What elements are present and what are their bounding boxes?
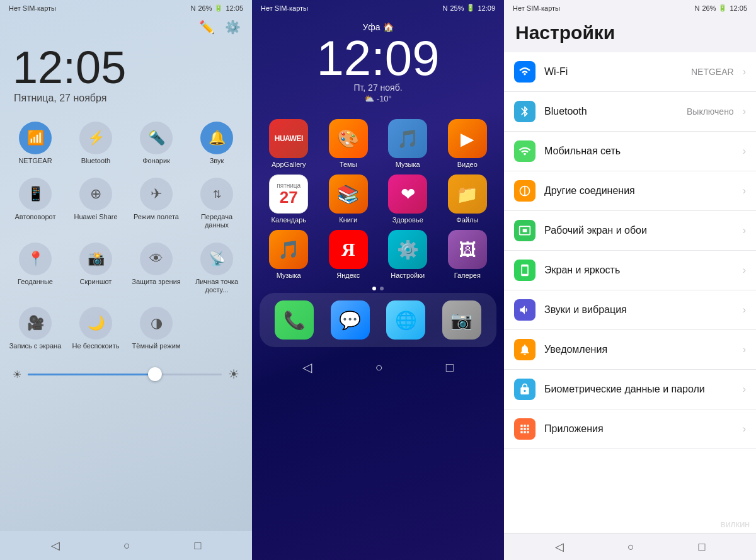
wifi-toggle-label: NETGEAR bbox=[18, 157, 52, 165]
hotspot-icon: 📡 bbox=[200, 243, 233, 275]
settings-item-apps[interactable]: Приложения › bbox=[504, 409, 756, 449]
huaweishare-label: Huawei Share bbox=[74, 213, 117, 221]
app-calendar[interactable]: пятница 27 Календарь bbox=[262, 174, 316, 224]
dock-browser[interactable]: 🌐 bbox=[381, 300, 431, 340]
toggle-datatransfer[interactable]: ⇅ Передача данных bbox=[188, 173, 246, 234]
toggle-geo[interactable]: 📍 Геоданные bbox=[6, 237, 64, 299]
home-button[interactable]: ○ bbox=[123, 539, 130, 552]
wifi-toggle-icon: 📶 bbox=[19, 122, 52, 154]
settings-list: Wi-Fi NETGEAR › Bluetooth Выключено › bbox=[504, 52, 756, 533]
app-health[interactable]: ❤ Здоровье bbox=[381, 174, 435, 224]
panel3-back-button[interactable]: ◁ bbox=[555, 540, 564, 554]
bluetooth-settings-value: Выключено bbox=[687, 106, 734, 117]
app-music[interactable]: 🎵 Музыка bbox=[381, 119, 435, 168]
toggle-wifi[interactable]: 📶 NETGEAR bbox=[6, 117, 64, 170]
settings-item-bluetooth[interactable]: Bluetooth Выключено › bbox=[504, 92, 756, 132]
app-books[interactable]: 📚 Книги bbox=[322, 174, 375, 224]
panel2-recents-button[interactable]: □ bbox=[446, 360, 454, 375]
app-musicapp[interactable]: 🎵 Музыка bbox=[262, 230, 316, 279]
settings-item-sound[interactable]: Звуки и вибрация › bbox=[504, 290, 756, 330]
dot-2 bbox=[380, 287, 384, 290]
browser-icon: 🌐 bbox=[386, 300, 425, 340]
panel1-battery: 26% bbox=[198, 4, 212, 12]
toggle-flashlight[interactable]: 🔦 Фонарик bbox=[127, 117, 185, 170]
yandex-icon: Я bbox=[329, 230, 368, 269]
geo-icon: 📍 bbox=[19, 243, 52, 275]
musicapp-label: Музыка bbox=[277, 271, 301, 279]
mobile-chevron: › bbox=[743, 146, 746, 157]
settings-item-mobile[interactable]: Мобильная сеть › bbox=[504, 132, 756, 171]
panel3-nav-bar: ◁ ○ □ bbox=[504, 533, 756, 560]
settings-item-desktop[interactable]: Рабочий экран и обои › bbox=[504, 211, 756, 251]
toggle-eyeprotect[interactable]: 👁 Защита зрения bbox=[127, 237, 185, 299]
dock-phone[interactable]: 📞 bbox=[270, 300, 319, 340]
toggle-screenshot[interactable]: 📸 Скриншот bbox=[67, 237, 125, 299]
panel3-home-button[interactable]: ○ bbox=[627, 540, 634, 554]
app-gallery[interactable]: 🖼 Галерея bbox=[441, 230, 495, 279]
bio-settings-text: Биометрические данные и пароли bbox=[544, 384, 734, 395]
brightness-thumb[interactable] bbox=[148, 367, 162, 381]
books-label: Книги bbox=[339, 216, 357, 224]
geo-label: Геоданные bbox=[18, 278, 53, 286]
panel2-nfc-icon: N bbox=[442, 4, 447, 12]
toggle-dnd[interactable]: 🌙 Не беспокоить bbox=[67, 302, 125, 355]
music-icon: 🎵 bbox=[388, 119, 427, 158]
panel1-nav-bar: ◁ ○ □ bbox=[0, 531, 252, 560]
toggle-huaweishare[interactable]: ⊕ Huawei Share bbox=[67, 173, 125, 234]
appgallery-label: AppGallery bbox=[272, 161, 306, 168]
settings-item-notif[interactable]: Уведомления › bbox=[504, 330, 756, 370]
app-appgallery[interactable]: HUAWEI AppGallery bbox=[262, 119, 316, 168]
notif-chevron: › bbox=[743, 344, 746, 355]
sound-chevron: › bbox=[743, 304, 746, 316]
darkmode-label: Тёмный режим bbox=[132, 342, 181, 350]
home-screen-panel: Нет SIM-карты N 25% 🔋 12:09 Уфа 🏠 12:09 … bbox=[252, 0, 504, 560]
datatransfer-icon: ⇅ bbox=[200, 178, 233, 210]
toggle-sound[interactable]: 🔔 Звук bbox=[188, 117, 246, 170]
dock-messages[interactable]: 💬 bbox=[326, 300, 375, 340]
sound-toggle-label: Звук bbox=[210, 157, 224, 165]
settings-icon[interactable]: ⚙️ bbox=[225, 20, 241, 35]
wifi-settings-name: Wi-Fi bbox=[544, 66, 568, 77]
settings-item-screen[interactable]: Экран и яркость › bbox=[504, 251, 756, 290]
dock-camera[interactable]: 📷 bbox=[437, 300, 487, 340]
panel1-nfc-icon: N bbox=[190, 4, 195, 12]
video-icon: ▶ bbox=[448, 119, 487, 158]
app-files[interactable]: 📁 Файлы bbox=[441, 174, 495, 224]
flashlight-toggle-label: Фонарик bbox=[142, 157, 170, 165]
panel3-battery-icon: 🔋 bbox=[718, 4, 727, 12]
sound-settings-icon bbox=[514, 299, 536, 321]
panel1-status-right: N 26% 🔋 12:05 bbox=[190, 4, 243, 12]
toggle-screenrecord[interactable]: 🎥 Запись с экрана bbox=[6, 302, 64, 355]
settingsapp-label: Настройки bbox=[391, 271, 425, 279]
edit-icon[interactable]: ✏️ bbox=[199, 20, 215, 35]
wifi-chevron: › bbox=[743, 66, 746, 77]
gallery-label: Галерея bbox=[454, 271, 481, 279]
brightness-control[interactable]: ☀ ☀ bbox=[0, 355, 252, 388]
autorotate-icon: 📱 bbox=[19, 178, 52, 210]
dnd-icon: 🌙 bbox=[79, 307, 112, 340]
toggle-autorotate[interactable]: 📱 Автоповорот bbox=[6, 173, 64, 234]
app-video[interactable]: ▶ Видео bbox=[441, 119, 495, 168]
panel2-back-button[interactable]: ◁ bbox=[302, 360, 312, 375]
panel3-recents-button[interactable]: □ bbox=[698, 540, 705, 554]
app-yandex[interactable]: Я Яндекс bbox=[322, 230, 375, 279]
mobile-settings-text: Мобильная сеть bbox=[544, 146, 734, 157]
toggle-bluetooth[interactable]: ⚡ Bluetooth bbox=[67, 117, 125, 170]
settings-item-other[interactable]: Другие соединения › bbox=[504, 171, 756, 211]
app-settings[interactable]: ⚙️ Настройки bbox=[381, 230, 435, 279]
toggle-hotspot[interactable]: 📡 Личная точка достy... bbox=[188, 237, 246, 299]
recents-button[interactable]: □ bbox=[194, 539, 201, 552]
toggle-darkmode[interactable]: ◑ Тёмный режим bbox=[127, 302, 185, 355]
app-themes[interactable]: 🎨 Темы bbox=[322, 119, 375, 168]
hotspot-label: Личная точка достy... bbox=[190, 278, 243, 294]
back-button[interactable]: ◁ bbox=[51, 539, 60, 552]
panel2-home-button[interactable]: ○ bbox=[375, 360, 382, 375]
panel2-clock-area: Уфа 🏠 12:09 Пт, 27 нояб. ⛅ -10° bbox=[252, 16, 504, 106]
video-label: Видео bbox=[457, 161, 478, 168]
settings-item-wifi[interactable]: Wi-Fi NETGEAR › bbox=[504, 52, 756, 92]
screen-settings-icon bbox=[514, 260, 536, 281]
settings-item-bio[interactable]: Биометрические данные и пароли › bbox=[504, 370, 756, 409]
bio-settings-icon bbox=[514, 379, 536, 400]
toggle-airplane[interactable]: ✈ Режим полета bbox=[127, 173, 185, 234]
panel2-time: 12:09 bbox=[478, 4, 495, 12]
